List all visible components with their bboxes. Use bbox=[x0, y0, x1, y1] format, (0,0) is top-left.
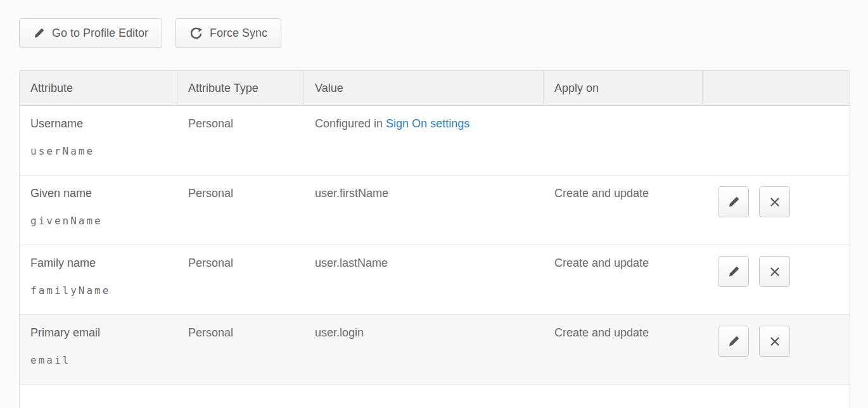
actions-cell bbox=[703, 175, 850, 245]
header-attribute-type: Attribute Type bbox=[177, 71, 304, 105]
x-icon bbox=[769, 196, 781, 208]
edit-attribute-button[interactable] bbox=[718, 256, 749, 287]
attribute-label: Primary email bbox=[30, 326, 171, 340]
header-value: Value bbox=[304, 71, 544, 105]
pencil-icon bbox=[727, 335, 740, 348]
value-cell: user.login bbox=[304, 315, 544, 384]
attribute-cell: Family name familyName bbox=[20, 245, 177, 314]
table-row-username: Username userName Personal Configured in… bbox=[20, 106, 850, 175]
pencil-icon bbox=[727, 196, 740, 208]
force-sync-button[interactable]: Force Sync bbox=[176, 18, 281, 48]
attribute-type-cell: Personal bbox=[177, 106, 304, 175]
attribute-key: givenName bbox=[30, 215, 171, 227]
apply-on-cell: Create and update bbox=[544, 315, 703, 384]
actions-cell bbox=[703, 245, 850, 314]
table-row-partial bbox=[20, 385, 850, 408]
attribute-mappings-page: Go to Profile Editor Force Sync Attribut… bbox=[0, 0, 868, 408]
header-apply-on: Apply on bbox=[544, 71, 703, 105]
go-to-profile-editor-label: Go to Profile Editor bbox=[52, 27, 148, 40]
edit-attribute-button[interactable] bbox=[718, 326, 749, 357]
attribute-type-cell: Personal bbox=[177, 175, 304, 245]
force-sync-label: Force Sync bbox=[210, 27, 267, 40]
x-icon bbox=[769, 265, 781, 278]
value-text: Configured in bbox=[315, 117, 386, 130]
attribute-type-cell: Personal bbox=[177, 315, 304, 384]
value-cell: user.firstName bbox=[304, 175, 544, 245]
attribute-key: email bbox=[30, 354, 171, 366]
delete-attribute-button[interactable] bbox=[759, 186, 790, 217]
attribute-key: familyName bbox=[30, 284, 171, 296]
value-cell: Configured in Sign On settings bbox=[304, 106, 544, 175]
x-icon bbox=[769, 335, 781, 348]
table-row-primary-email: Primary email email Personal user.login … bbox=[20, 315, 850, 385]
attribute-mapping-table: Attribute Attribute Type Value Apply on … bbox=[19, 70, 850, 408]
value-cell: user.lastName bbox=[304, 245, 544, 314]
pencil-icon bbox=[33, 27, 45, 39]
table-row-given-name: Given name givenName Personal user.first… bbox=[20, 175, 850, 245]
toolbar: Go to Profile Editor Force Sync bbox=[19, 18, 868, 48]
attribute-label: Given name bbox=[30, 187, 171, 200]
table-row-family-name: Family name familyName Personal user.las… bbox=[20, 245, 850, 315]
pencil-icon bbox=[727, 265, 740, 278]
apply-on-cell bbox=[544, 106, 703, 175]
actions-cell bbox=[703, 106, 850, 175]
sign-on-settings-link[interactable]: Sign On settings bbox=[386, 117, 469, 130]
attribute-key: userName bbox=[30, 145, 171, 157]
attribute-cell: Given name givenName bbox=[20, 175, 177, 245]
attribute-label: Username bbox=[30, 117, 171, 131]
attribute-cell: Username userName bbox=[20, 106, 177, 175]
delete-attribute-button[interactable] bbox=[759, 326, 790, 357]
attribute-label: Family name bbox=[30, 257, 171, 270]
header-attribute: Attribute bbox=[20, 71, 177, 105]
actions-cell bbox=[703, 315, 850, 384]
go-to-profile-editor-button[interactable]: Go to Profile Editor bbox=[19, 18, 162, 48]
attribute-cell: Primary email email bbox=[20, 315, 177, 384]
refresh-icon bbox=[189, 27, 203, 40]
edit-attribute-button[interactable] bbox=[718, 186, 749, 217]
header-actions bbox=[703, 71, 850, 105]
apply-on-cell: Create and update bbox=[544, 245, 703, 314]
apply-on-cell: Create and update bbox=[544, 175, 703, 245]
attribute-type-cell: Personal bbox=[177, 245, 304, 314]
delete-attribute-button[interactable] bbox=[759, 256, 790, 287]
table-header-row: Attribute Attribute Type Value Apply on bbox=[20, 71, 850, 106]
